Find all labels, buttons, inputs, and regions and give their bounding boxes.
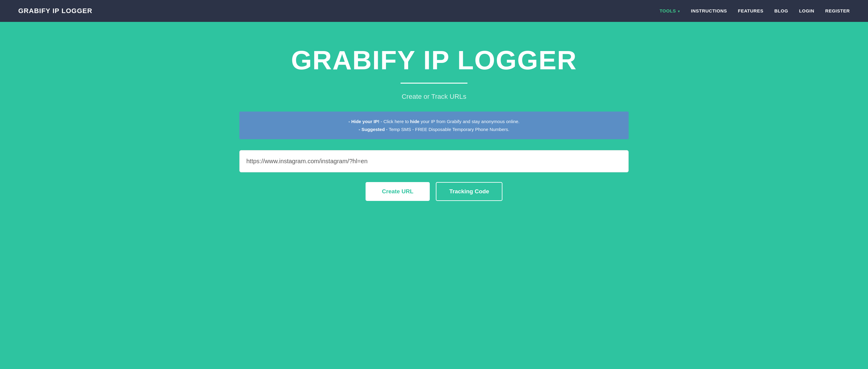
nav-item-instructions[interactable]: INSTRUCTIONS	[691, 8, 727, 14]
nav-link-instructions[interactable]: INSTRUCTIONS	[691, 8, 727, 13]
nav-link-blog[interactable]: BLOG	[774, 8, 788, 13]
hide-ip-bold: - Hide your IP!	[348, 119, 379, 124]
hide-bold-word: hide	[410, 119, 420, 124]
nav-item-login[interactable]: LOGIN	[799, 8, 814, 14]
hero-section: GRABIFY IP LOGGER Create or Track URLs -…	[0, 22, 868, 369]
nav-item-tools[interactable]: TOOLS ▾	[660, 8, 680, 14]
create-url-button[interactable]: Create URL	[366, 182, 430, 201]
chevron-down-icon: ▾	[678, 9, 680, 13]
nav-item-features[interactable]: FEATURES	[738, 8, 764, 14]
url-input-wrapper	[239, 150, 629, 172]
url-input[interactable]	[244, 152, 624, 170]
suggested-bold: - Suggested	[359, 127, 385, 132]
tracking-code-button[interactable]: Tracking Code	[436, 182, 502, 201]
nav-item-register[interactable]: REGISTER	[825, 8, 850, 14]
hero-title: GRABIFY IP LOGGER	[291, 46, 577, 74]
nav-link-register[interactable]: REGISTER	[825, 8, 850, 13]
nav-link-login[interactable]: LOGIN	[799, 8, 814, 13]
hero-subtitle: Create or Track URLs	[402, 93, 467, 101]
nav-link-tools[interactable]: TOOLS ▾	[660, 8, 680, 13]
button-group: Create URL Tracking Code	[366, 182, 502, 201]
info-line-1: - Hide your IP! - Click here to hide you…	[251, 118, 617, 126]
navbar-nav: TOOLS ▾ INSTRUCTIONS FEATURES BLOG LOGIN…	[660, 8, 850, 14]
info-line-2: - Suggested - Temp SMS - FREE Disposable…	[251, 126, 617, 133]
navbar: GRABIFY IP LOGGER TOOLS ▾ INSTRUCTIONS F…	[0, 0, 868, 22]
nav-link-features[interactable]: FEATURES	[738, 8, 764, 13]
hero-divider	[401, 83, 467, 83]
nav-item-blog[interactable]: BLOG	[774, 8, 788, 14]
navbar-brand[interactable]: GRABIFY IP LOGGER	[18, 7, 92, 15]
info-banner[interactable]: - Hide your IP! - Click here to hide you…	[239, 111, 629, 139]
